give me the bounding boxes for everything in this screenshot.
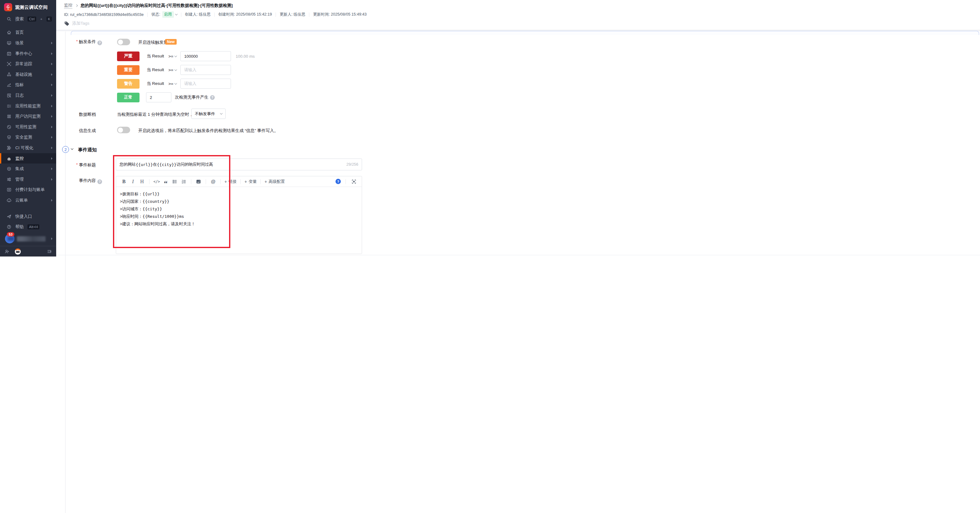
sidebar-item-help[interactable]: 帮助 Alt+H xyxy=(0,222,56,232)
sidebar-item-quick-entry[interactable]: 快捷入口 xyxy=(0,211,56,222)
shortcut-key: K xyxy=(46,16,52,22)
sidebar-item-metrics[interactable]: 指标 xyxy=(0,80,56,91)
logs-icon xyxy=(6,93,11,98)
chevron-down-icon xyxy=(220,112,223,114)
editor-help-icon[interactable]: ? xyxy=(336,179,341,184)
sidebar-item-security[interactable]: 安全监测 xyxy=(0,132,56,143)
data-gap-select[interactable]: 不触发事件 xyxy=(191,109,226,119)
bullet-list-button[interactable] xyxy=(171,178,178,185)
integration-icon xyxy=(6,166,11,171)
monitor-meta-row: ID: rul_efe17366db7346f381599d4e85c4503e… xyxy=(64,11,367,18)
tag-icon xyxy=(64,21,69,26)
editor-body[interactable]: >拨测目标：{{url}} >访问国家：{{country}} >访问城市：{{… xyxy=(116,187,362,231)
avatar-blur xyxy=(8,237,14,241)
editor-toolbar: B I H </> “ @ +链接 +变量 +高级配置 ? xyxy=(116,176,362,187)
operator-select[interactable]: >= xyxy=(169,68,173,72)
event-content-editor[interactable]: B I H </> “ @ +链接 +变量 +高级配置 ? >拨测目标：{{ur… xyxy=(116,176,362,254)
workspace-logo[interactable]: 观测云调试空间 xyxy=(0,0,56,14)
step-2-indicator: 2 xyxy=(62,146,69,153)
sidebar-item-monitor[interactable]: 监控 xyxy=(0,153,56,164)
insert-link-button[interactable]: +链接 xyxy=(224,179,237,184)
sidebar-item-billing[interactable]: 付费计划与账单 xyxy=(0,185,56,195)
operator-select[interactable]: >= xyxy=(169,54,173,59)
new-badge: New xyxy=(165,39,177,44)
help-icon[interactable]: ? xyxy=(97,179,102,184)
operator-select[interactable]: >= xyxy=(169,81,173,86)
mention-button[interactable]: @ xyxy=(210,178,216,185)
sidebar-item-ci[interactable]: CI 可视化 xyxy=(0,143,56,153)
chevron-down-icon[interactable] xyxy=(175,54,177,57)
status-label: 状态: xyxy=(151,12,160,17)
collapse-sidebar-icon[interactable] xyxy=(47,249,52,254)
sidebar-item-home[interactable]: 首页 xyxy=(0,27,56,38)
sidebar-footer: 快捷入口 帮助 Alt+H 53 xyxy=(0,211,56,256)
ai-robot-icon[interactable] xyxy=(14,248,22,256)
event-title-input[interactable]: 您的网站{{url}}在{{city}}访问的响应时间过高 29/256 xyxy=(116,159,362,170)
code-button[interactable]: </> xyxy=(153,178,160,185)
status-badge[interactable]: 启用 xyxy=(162,11,174,18)
image-button[interactable] xyxy=(195,178,202,185)
sidebar-item-infrastructure[interactable]: 基础设施 xyxy=(0,69,56,80)
sidebar-item-event-center[interactable]: 事件中心 xyxy=(0,48,56,59)
cloud-bill-icon xyxy=(6,198,11,203)
breadcrumb-separator-icon xyxy=(75,4,78,7)
sidebar-item-integration[interactable]: 集成 xyxy=(0,164,56,174)
security-icon xyxy=(6,135,11,140)
sidebar-search[interactable]: 搜索 Ctrl+K xyxy=(0,14,56,24)
critical-threshold-input[interactable]: 100000 xyxy=(180,51,231,61)
ordered-list-button[interactable] xyxy=(180,178,187,185)
sidebar-item-rum[interactable]: 用户访问监测 xyxy=(0,111,56,122)
breadcrumb-monitor-link[interactable]: 监控 xyxy=(64,3,72,9)
billing-icon xyxy=(6,187,11,192)
updater: 更新人: 练佳思 xyxy=(280,12,305,17)
shortcut-key: Ctrl xyxy=(27,16,36,22)
tags-row[interactable]: 添加Tags xyxy=(64,21,89,26)
data-gap-text: 当检测指标最近 1 分钟查询结果为空时， xyxy=(117,112,194,118)
advanced-config-button[interactable]: +高级配置 xyxy=(264,179,285,184)
step-connector-line xyxy=(65,32,65,146)
username-redacted xyxy=(17,236,46,241)
severity-badge-critical: 严重 xyxy=(117,51,140,61)
bold-button[interactable]: B xyxy=(121,178,127,185)
chevron-right-icon xyxy=(51,147,52,149)
info-gen-label: 信息生成 xyxy=(79,128,96,133)
sidebar-item-scene[interactable]: 场景 xyxy=(0,38,56,48)
sidebar-item-manage[interactable]: 管理 xyxy=(0,174,56,185)
heading-button[interactable]: H xyxy=(138,178,145,185)
important-threshold-input[interactable]: 请输入 xyxy=(180,65,231,75)
notification-badge: 53 xyxy=(7,232,14,237)
help-icon[interactable]: ? xyxy=(97,41,102,45)
paper-plane-icon xyxy=(6,214,11,219)
continuous-trigger-toggle[interactable] xyxy=(117,39,130,45)
normal-count-input[interactable]: 2 xyxy=(146,92,171,102)
help-icon[interactable]: ? xyxy=(210,95,215,100)
quote-button[interactable]: “ xyxy=(162,178,169,185)
next-section-divider xyxy=(56,255,490,255)
italic-button[interactable]: I xyxy=(129,178,137,185)
step-connector-line xyxy=(65,153,65,256)
sidebar: 观测云调试空间 搜索 Ctrl+K 首页 场景 事件中心 异常追踪 基础设施 指… xyxy=(0,0,56,256)
chevron-down-icon[interactable] xyxy=(175,68,177,70)
chevron-down-icon[interactable] xyxy=(175,82,177,84)
sidebar-item-logs[interactable]: 日志 xyxy=(0,90,56,101)
chevron-right-icon xyxy=(51,115,52,118)
normal-row-suffix: 次检测无事件产生 xyxy=(175,95,208,100)
sidebar-item-error-tracking[interactable]: 异常追踪 xyxy=(0,59,56,69)
chevron-right-icon xyxy=(51,168,52,170)
severity-badge-important: 重要 xyxy=(117,65,140,75)
data-gap-label: 数据断档 xyxy=(79,112,96,118)
chevron-down-icon[interactable] xyxy=(175,13,177,15)
warning-threshold-input[interactable]: 请输入 xyxy=(180,79,231,89)
creator: 创建人: 练佳思 xyxy=(185,12,211,17)
add-user-icon[interactable] xyxy=(4,249,10,254)
preview-button[interactable] xyxy=(350,178,357,185)
section-collapse-icon[interactable] xyxy=(71,147,73,150)
chevron-right-icon xyxy=(51,157,52,160)
sidebar-item-cloud-bill[interactable]: 云账单 xyxy=(0,195,56,206)
insert-variable-button[interactable]: +变量 xyxy=(244,179,256,184)
sidebar-item-apm[interactable]: 应用性能监测 xyxy=(0,101,56,111)
user-account[interactable]: 53 xyxy=(0,232,56,246)
info-gen-toggle[interactable] xyxy=(117,127,130,133)
event-title-label: *事件标题 xyxy=(79,162,96,168)
sidebar-item-usability[interactable]: 可用性监测 xyxy=(0,122,56,132)
